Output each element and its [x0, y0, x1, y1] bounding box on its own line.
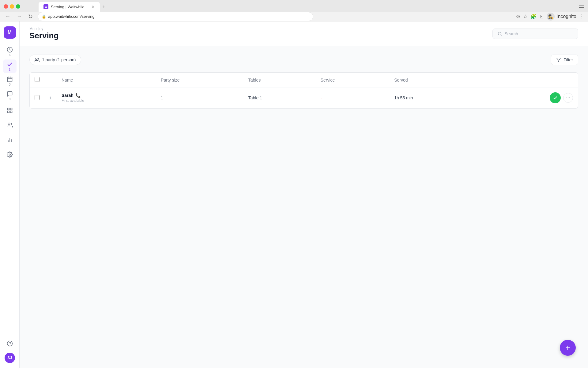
sidebar-item-serving[interactable]: 1	[3, 59, 17, 73]
svg-rect-1	[579, 6, 584, 6]
minimize-dot[interactable]	[10, 4, 14, 9]
bookmark-icon[interactable]: ☆	[523, 13, 527, 19]
guest-name-container: Sarah 📞 First available	[62, 93, 151, 103]
header: Moodjoy Serving	[20, 21, 588, 46]
party-filter-badge[interactable]: 1 party (1 person)	[29, 55, 81, 65]
sidebar-item-apps[interactable]	[3, 104, 17, 117]
maximize-dot[interactable]	[16, 4, 20, 9]
row-actions-cell: ···	[477, 87, 578, 109]
sidebar-logo[interactable]: M	[4, 26, 16, 39]
cast-icon[interactable]: ⊘	[516, 13, 520, 19]
search-input[interactable]	[505, 31, 573, 36]
svg-rect-8	[7, 108, 9, 110]
main-content: Moodjoy Serving 1 party (1 person) Filte…	[20, 21, 588, 368]
svg-rect-11	[10, 111, 12, 113]
svg-rect-0	[579, 4, 584, 4]
sidebar-item-analytics[interactable]	[3, 133, 17, 147]
forward-button[interactable]: →	[15, 12, 23, 21]
sidebar-badge-queue: 6	[9, 53, 11, 57]
svg-point-21	[36, 58, 37, 59]
header-left: Moodjoy Serving	[29, 27, 58, 40]
tab-favicon: W	[43, 4, 48, 9]
chat-icon	[7, 91, 13, 97]
url-text: app.waitwhile.com/serving	[48, 14, 95, 19]
checkmark-icon	[553, 95, 558, 100]
col-tables: Tables	[243, 73, 316, 87]
team-icon	[7, 122, 13, 128]
row-table: Table 1	[243, 87, 316, 109]
sidebar-item-messages[interactable]: 0	[3, 89, 17, 102]
filter-button[interactable]: Filter	[551, 55, 578, 65]
row-served: 1h 55 min	[389, 87, 477, 109]
new-tab-button[interactable]: +	[100, 3, 108, 12]
incognito-badge: 🕵 Incognito	[547, 13, 576, 21]
browser-menu-icon[interactable]: ⋮	[579, 13, 584, 19]
svg-point-16	[9, 154, 10, 155]
chart-icon	[7, 137, 13, 143]
toolbar: 1 party (1 person) Filter	[29, 55, 578, 65]
col-actions	[477, 73, 578, 87]
phone-icon: 📞	[75, 93, 81, 98]
row-checkbox[interactable]	[35, 95, 40, 100]
incognito-avatar: 🕵	[547, 13, 555, 21]
select-all-checkbox[interactable]	[35, 77, 40, 82]
svg-rect-2	[579, 7, 584, 8]
address-bar-row: ← → ↻ 🔒 app.waitwhile.com/serving ⊘ ☆ 🧩 …	[0, 12, 588, 21]
col-num	[44, 73, 57, 87]
guest-name: Sarah	[62, 93, 74, 98]
ellipsis-icon: ···	[566, 95, 570, 101]
gear-icon	[7, 151, 13, 158]
complete-button[interactable]	[550, 92, 561, 103]
add-fab-button[interactable]: +	[560, 340, 576, 356]
sidebar-badge-serving: 1	[9, 68, 11, 71]
help-icon	[7, 340, 13, 347]
apps-icon	[7, 107, 13, 113]
incognito-label: Incognito	[556, 14, 576, 19]
svg-rect-10	[7, 111, 9, 113]
sidebar-item-help[interactable]	[3, 337, 17, 350]
col-served: Served	[389, 73, 477, 87]
clock-icon	[7, 47, 13, 53]
svg-line-20	[501, 34, 502, 35]
content-area: 1 party (1 person) Filter	[20, 46, 588, 368]
address-bar[interactable]: 🔒 app.waitwhile.com/serving	[38, 12, 313, 21]
sidebar-item-team[interactable]	[3, 118, 17, 132]
party-count-label: 1 party (1 person)	[42, 57, 76, 62]
user-avatar[interactable]: SJ	[5, 353, 15, 363]
sidebar-item-calendar[interactable]: 0	[3, 74, 17, 88]
org-name: Moodjoy	[29, 27, 58, 31]
serving-table-container: Name Party size Tables Service Served	[29, 72, 578, 109]
lock-icon: 🔒	[42, 14, 46, 19]
search-icon	[498, 31, 502, 36]
extension-icon[interactable]: 🧩	[530, 13, 537, 19]
serving-table: Name Party size Tables Service Served	[30, 73, 578, 108]
browser-tab[interactable]: W Serving | Waitwhile ✕	[39, 2, 100, 12]
row-number: 1	[44, 87, 57, 109]
row-party-size: 1	[156, 87, 243, 109]
sidebar-badge-messages: 0	[9, 98, 11, 101]
guest-sublabel: First available	[62, 98, 151, 103]
people-icon	[35, 57, 40, 62]
close-dot[interactable]	[4, 4, 8, 9]
chrome-menu-icon[interactable]	[579, 3, 584, 9]
svg-rect-9	[10, 108, 12, 110]
tab-close-button[interactable]: ✕	[91, 4, 95, 9]
sidebar-item-settings[interactable]	[3, 148, 17, 161]
search-box[interactable]	[492, 29, 578, 39]
svg-marker-22	[556, 58, 560, 62]
calendar-icon	[7, 76, 13, 82]
row-service: -	[316, 87, 390, 109]
profile-icon[interactable]: ⊡	[540, 13, 544, 19]
reload-button[interactable]: ↻	[27, 12, 34, 21]
page-title: Serving	[29, 31, 58, 40]
filter-label: Filter	[564, 57, 573, 62]
guest-name-row: Sarah 📞	[62, 93, 151, 98]
col-checkbox	[30, 73, 44, 87]
user-initials: SJ	[7, 356, 12, 360]
sidebar: M 6 1 0 0	[0, 21, 20, 368]
sidebar-item-queue[interactable]: 6	[3, 45, 17, 58]
svg-point-12	[8, 123, 10, 125]
more-options-button[interactable]: ···	[563, 93, 573, 103]
add-icon: +	[565, 343, 570, 353]
back-button[interactable]: ←	[4, 12, 12, 21]
